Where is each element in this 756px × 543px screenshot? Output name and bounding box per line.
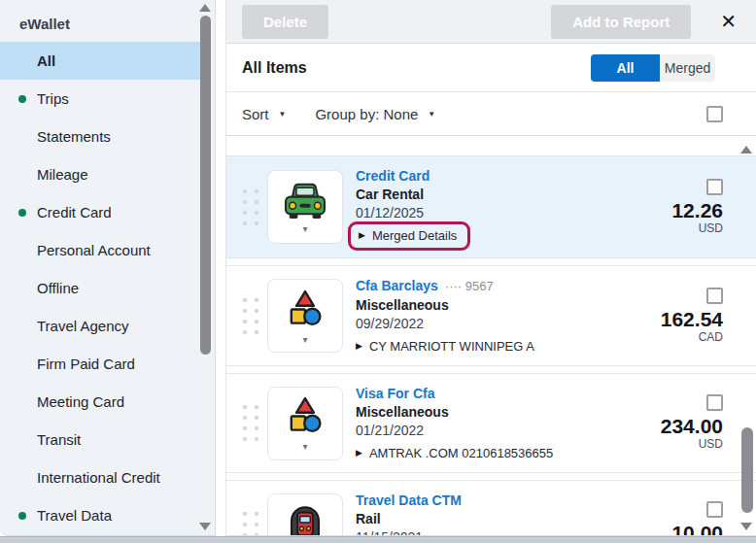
item-type-icon-slot (284, 288, 326, 334)
filter-row: Sort ▼ Group by: None ▼ (226, 92, 756, 136)
item-right-column: 10.00 USD (671, 501, 723, 536)
expand-arrow-icon: ▶ (356, 449, 362, 458)
item-name-link[interactable]: Credit Card (356, 167, 430, 185)
sidebar-item[interactable]: Transit (0, 421, 215, 458)
item-detail-label: AMTRAK .COM 0210618536655 (369, 445, 553, 461)
sidebar-scrollbar-thumb[interactable] (200, 16, 211, 355)
header-row: All Items All Merged (226, 44, 756, 92)
list-scrollbar-thumb[interactable] (741, 427, 753, 513)
sidebar-title: eWallet (0, 0, 215, 42)
item-checkbox[interactable] (706, 288, 723, 304)
chevron-down-icon[interactable]: ▾ (302, 224, 307, 234)
close-icon[interactable]: ✕ (720, 12, 737, 31)
sidebar: eWallet All Trips Statements Mileage Cre… (0, 0, 216, 536)
drag-handle-icon[interactable] (243, 298, 258, 334)
group-by-label: Group by: None (315, 106, 418, 122)
sidebar-scroll-up-icon[interactable] (199, 4, 211, 12)
active-status-dot (18, 512, 26, 520)
item-type-card[interactable]: ▾ (267, 387, 343, 460)
item-right-column: 234.00 USD (661, 394, 723, 452)
all-merged-toggle: All Merged (591, 54, 715, 82)
sidebar-scroll-down-icon[interactable] (199, 523, 211, 530)
drag-handle-icon[interactable] (243, 189, 258, 225)
sort-dropdown[interactable]: Sort ▼ (242, 106, 286, 122)
sidebar-item[interactable]: All (0, 42, 211, 80)
item-currency: USD (699, 437, 723, 452)
sidebar-item-label: Travel Data (37, 507, 112, 524)
item-detail-expander[interactable]: ▶ Merged Details (348, 221, 470, 251)
card-shapes-icon (284, 288, 326, 330)
item-detail-expander[interactable]: ▶ CY MARRIOTT WINNIPEG A (356, 338, 534, 355)
item-amount: 162.54 (661, 309, 723, 330)
select-all-checkbox[interactable] (706, 106, 723, 122)
item-category: Rail (356, 510, 671, 527)
add-to-report-button[interactable]: Add to Report (551, 5, 691, 39)
sidebar-item[interactable]: Offline (0, 269, 215, 307)
sidebar-item-label: International Credit (37, 469, 160, 486)
sidebar-item[interactable]: International Credit (0, 458, 215, 496)
main-panel: Delete Add to Report ✕ All Items All Mer… (225, 0, 756, 536)
item-text-block: Cfa Barclays ···· 9567 Miscellaneous 09/… (356, 277, 661, 355)
item-date: 01/21/2022 (356, 422, 661, 439)
item-checkbox[interactable] (706, 501, 723, 518)
expand-arrow-icon: ▶ (356, 342, 362, 351)
item-type-card[interactable]: ▾ (267, 279, 343, 353)
sidebar-item[interactable]: Trips (0, 80, 215, 118)
item-name-link[interactable]: Visa For Cfa (356, 385, 434, 402)
item-type-card[interactable]: ▾ (267, 493, 343, 537)
item-type-card[interactable]: ▾ (267, 170, 343, 244)
wallet-item-row[interactable]: ▾ Credit Card Car Rental 01/12/2025 ▶ Me… (226, 155, 756, 258)
drag-handle-icon[interactable] (243, 405, 258, 441)
item-category: Miscellaneous (356, 403, 661, 421)
sidebar-item-label: Mileage (37, 166, 88, 183)
expand-arrow-icon: ▶ (359, 231, 365, 240)
item-checkbox[interactable] (706, 179, 723, 195)
sidebar-item-label: Meeting Card (37, 393, 124, 410)
delete-button[interactable]: Delete (242, 5, 328, 39)
sidebar-item[interactable]: Travel Agency (0, 307, 215, 345)
group-by-dropdown[interactable]: Group by: None ▼ (315, 106, 435, 122)
item-detail-label: CY MARRIOTT WINNIPEG A (369, 338, 534, 355)
toggle-all-button[interactable]: All (591, 54, 660, 82)
sidebar-item-label: Offline (37, 280, 79, 296)
sidebar-item[interactable]: Statements (0, 118, 215, 155)
item-type-icon-slot (283, 181, 327, 223)
items-list: ▾ Credit Card Car Rental 01/12/2025 ▶ Me… (226, 136, 756, 536)
sidebar-item[interactable]: Personal Account (0, 231, 215, 269)
list-scroll-down-icon[interactable] (740, 523, 752, 530)
sidebar-item-label: Credit Card (37, 204, 112, 221)
sidebar-item[interactable]: Mileage (0, 155, 215, 193)
item-amount: 10.00 (671, 523, 723, 536)
wallet-item-row[interactable]: ▾ Cfa Barclays ···· 9567 Miscellaneous 0… (226, 265, 756, 366)
toggle-merged-button[interactable]: Merged (660, 54, 715, 82)
sidebar-item[interactable]: Firm Paid Card (0, 345, 215, 383)
sidebar-item[interactable]: Meeting Card (0, 383, 215, 421)
chevron-down-icon: ▼ (428, 110, 435, 119)
sidebar-item[interactable]: Travel Data (0, 496, 215, 534)
chevron-down-icon[interactable]: ▾ (302, 335, 307, 345)
item-type-icon-slot (285, 501, 326, 536)
sidebar-item-label: Trips (37, 90, 69, 107)
item-text-block: Travel Data CTM Rail 11/15/2021 ▶ Enterp… (356, 492, 671, 536)
ewallet-window: eWallet All Trips Statements Mileage Cre… (0, 0, 756, 543)
wallet-item-row[interactable]: ▾ Visa For Cfa Miscellaneous 01/21/2022 … (226, 373, 756, 473)
item-amount: 234.00 (661, 416, 723, 437)
item-right-column: 162.54 CAD (661, 288, 723, 345)
active-status-dot (18, 95, 26, 103)
item-name-link[interactable]: Travel Data CTM (356, 492, 462, 509)
page-title: All Items (242, 59, 307, 77)
active-status-dot (18, 209, 26, 217)
chevron-down-icon: ▼ (279, 110, 287, 119)
drag-handle-icon[interactable] (243, 512, 258, 536)
item-currency: CAD (699, 330, 723, 345)
card-shapes-icon (284, 394, 326, 437)
wallet-item-row[interactable]: ▾ Travel Data CTM Rail 11/15/2021 ▶ Ente… (226, 480, 756, 536)
list-scroll-up-icon[interactable] (740, 146, 752, 153)
item-checkbox[interactable] (706, 394, 723, 411)
chevron-down-icon[interactable]: ▾ (302, 442, 307, 452)
item-name-link[interactable]: Cfa Barclays (356, 277, 438, 294)
sidebar-item[interactable]: Credit Card (0, 193, 215, 231)
item-type-icon-slot (284, 394, 326, 441)
horizontal-scrollbar-track[interactable] (0, 536, 756, 543)
item-detail-expander[interactable]: ▶ AMTRAK .COM 0210618536655 (356, 445, 553, 461)
